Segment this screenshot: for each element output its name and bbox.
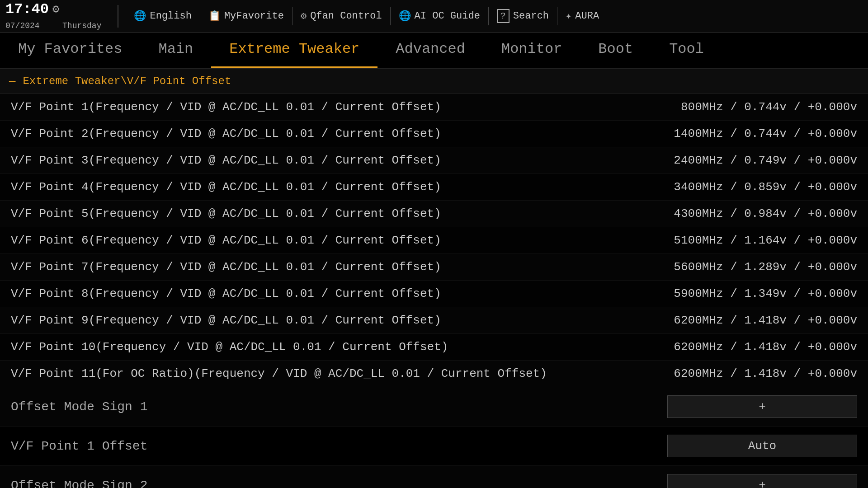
top-bar: 17:40 ⚙ 07/2024 Thursday 🌐 English 📋 MyF…	[0, 0, 868, 33]
tab-my-favorites[interactable]: My Favorites	[0, 32, 140, 68]
content-area: V/F Point 1(Frequency / VID @ AC/DC_LL 0…	[0, 94, 868, 488]
tab-monitor[interactable]: Monitor	[483, 32, 580, 68]
vf-point-label: V/F Point 10(Frequency / VID @ AC/DC_LL …	[11, 340, 667, 354]
search-icon: ?	[497, 9, 509, 23]
vf-point-value: 5100MHz / 1.164v / +0.000v	[667, 234, 857, 247]
topnav-aura[interactable]: ✦ AURA	[557, 0, 607, 33]
control-label-vf-point-1-offset: V/F Point 1 Offset	[11, 439, 667, 453]
tab-extreme-tweaker[interactable]: Extreme Tweaker	[211, 32, 377, 68]
vf-point-value: 2400MHz / 0.749v / +0.000v	[667, 154, 857, 167]
control-row-offset-mode-sign-2: Offset Mode Sign 2 +	[0, 466, 868, 488]
vf-point-label: V/F Point 5(Frequency / VID @ AC/DC_LL 0…	[11, 207, 667, 221]
topnav-english-label: English	[150, 10, 191, 22]
control-value-offset-mode-sign-2[interactable]: +	[667, 474, 857, 488]
breadcrumb-text: Extreme Tweaker\V/F Point Offset	[23, 75, 231, 87]
datetime-block: 17:40 ⚙ 07/2024 Thursday	[5, 1, 101, 32]
vf-point-row-8[interactable]: V/F Point 8(Frequency / VID @ AC/DC_LL 0…	[0, 281, 868, 307]
vf-point-value: 5900MHz / 1.349v / +0.000v	[667, 287, 857, 300]
vf-point-row-7[interactable]: V/F Point 7(Frequency / VID @ AC/DC_LL 0…	[0, 254, 868, 281]
topnav-qfan-label: Qfan Control	[310, 10, 382, 22]
aioc-icon: 🌐	[399, 10, 411, 22]
tab-boot[interactable]: Boot	[580, 32, 651, 68]
myfavorite-icon: 📋	[208, 10, 221, 22]
topnav-myfavorite-label: MyFavorite	[224, 10, 284, 22]
clock-display: 17:40	[5, 1, 49, 18]
vf-point-value: 6200MHz / 1.418v / +0.000v	[667, 314, 857, 327]
topnav-search[interactable]: ? Search	[489, 0, 557, 33]
vf-point-row-10[interactable]: V/F Point 10(Frequency / VID @ AC/DC_LL …	[0, 334, 868, 361]
topnav-search-label: Search	[513, 10, 549, 22]
clock-line: 17:40 ⚙	[5, 1, 60, 18]
date-display: 07/2024 Thursday	[5, 18, 101, 32]
tab-advanced[interactable]: Advanced	[377, 32, 483, 68]
main-nav: My Favorites Main Extreme Tweaker Advanc…	[0, 33, 868, 69]
vf-point-row-11[interactable]: V/F Point 11(For OC Ratio)(Frequency / V…	[0, 361, 868, 387]
topnav-myfavorite[interactable]: 📋 MyFavorite	[200, 0, 292, 33]
control-value-vf-point-1-offset[interactable]: Auto	[667, 435, 857, 457]
vf-point-row-5[interactable]: V/F Point 5(Frequency / VID @ AC/DC_LL 0…	[0, 201, 868, 227]
topnav-qfan[interactable]: ⚙ Qfan Control	[292, 0, 390, 33]
vf-point-label: V/F Point 6(Frequency / VID @ AC/DC_LL 0…	[11, 234, 667, 247]
vf-point-label: V/F Point 9(Frequency / VID @ AC/DC_LL 0…	[11, 314, 667, 327]
topnav-aura-label: AURA	[575, 10, 599, 22]
vfpoints-list: V/F Point 1(Frequency / VID @ AC/DC_LL 0…	[0, 94, 868, 387]
vf-point-row-4[interactable]: V/F Point 4(Frequency / VID @ AC/DC_LL 0…	[0, 174, 868, 201]
vf-point-label: V/F Point 3(Frequency / VID @ AC/DC_LL 0…	[11, 154, 667, 167]
vf-point-label: V/F Point 8(Frequency / VID @ AC/DC_LL 0…	[11, 287, 667, 300]
vf-point-value: 5600MHz / 1.289v / +0.000v	[667, 260, 857, 274]
tab-tool[interactable]: Tool	[651, 32, 722, 68]
vf-point-label: V/F Point 2(Frequency / VID @ AC/DC_LL 0…	[11, 127, 667, 141]
control-value-offset-mode-sign-1[interactable]: +	[667, 395, 857, 418]
vf-point-label: V/F Point 7(Frequency / VID @ AC/DC_LL 0…	[11, 260, 667, 274]
topnav-aioc[interactable]: 🌐 AI OC Guide	[391, 0, 488, 33]
vf-point-value: 3400MHz / 0.859v / +0.000v	[667, 180, 857, 194]
tab-main[interactable]: Main	[140, 32, 211, 68]
breadcrumb: — Extreme Tweaker\V/F Point Offset	[0, 69, 868, 94]
vf-point-label: V/F Point 4(Frequency / VID @ AC/DC_LL 0…	[11, 180, 667, 194]
vf-point-value: 6200MHz / 1.418v / +0.000v	[667, 340, 857, 354]
vf-point-value: 1400MHz / 0.744v / +0.000v	[667, 127, 857, 141]
vf-point-value: 6200MHz / 1.418v / +0.000v	[667, 367, 857, 380]
vf-point-row-2[interactable]: V/F Point 2(Frequency / VID @ AC/DC_LL 0…	[0, 121, 868, 147]
control-label-offset-mode-sign-2: Offset Mode Sign 2	[11, 479, 667, 488]
qfan-icon: ⚙	[301, 10, 307, 22]
vf-point-row-3[interactable]: V/F Point 3(Frequency / VID @ AC/DC_LL 0…	[0, 147, 868, 174]
vf-point-row-6[interactable]: V/F Point 6(Frequency / VID @ AC/DC_LL 0…	[0, 227, 868, 254]
breadcrumb-dash: —	[9, 75, 15, 87]
vf-point-label: V/F Point 11(For OC Ratio)(Frequency / V…	[11, 367, 667, 380]
settings-icon[interactable]: ⚙	[52, 2, 60, 16]
topnav-english[interactable]: 🌐 English	[126, 0, 199, 33]
control-row-vf-point-1-offset: V/F Point 1 Offset Auto	[0, 427, 868, 466]
aura-icon: ✦	[566, 10, 571, 22]
day-text: Thursday	[62, 21, 101, 30]
vf-point-value: 4300MHz / 0.984v / +0.000v	[667, 207, 857, 221]
top-bar-divider	[118, 5, 118, 28]
date-text: 07/2024	[5, 21, 40, 30]
control-label-offset-mode-sign-1: Offset Mode Sign 1	[11, 400, 667, 414]
control-row-offset-mode-sign-1: Offset Mode Sign 1 +	[0, 387, 868, 427]
vf-point-value: 800MHz / 0.744v / +0.000v	[667, 100, 857, 114]
vf-point-label: V/F Point 1(Frequency / VID @ AC/DC_LL 0…	[11, 100, 667, 114]
vf-point-row-1[interactable]: V/F Point 1(Frequency / VID @ AC/DC_LL 0…	[0, 94, 868, 121]
controls-list: Offset Mode Sign 1 + V/F Point 1 Offset …	[0, 387, 868, 488]
globe-icon: 🌐	[134, 10, 146, 22]
topnav-aioc-label: AI OC Guide	[415, 10, 480, 22]
vf-point-row-9[interactable]: V/F Point 9(Frequency / VID @ AC/DC_LL 0…	[0, 307, 868, 334]
